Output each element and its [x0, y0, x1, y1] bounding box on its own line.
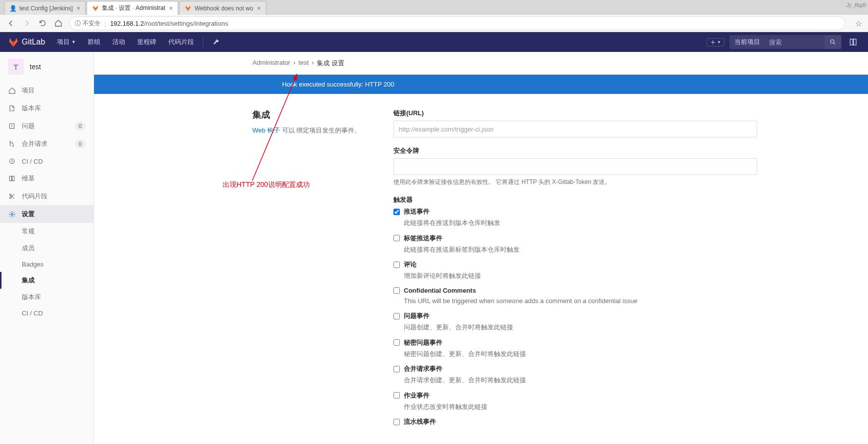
nav-links: 项目▼ 群组 活动 里程碑 代码片段 [52, 32, 224, 52]
sidebar-item-wiki[interactable]: 维基 [0, 170, 94, 187]
token-input[interactable] [393, 158, 757, 175]
nav-projects[interactable]: 项目▼ [52, 32, 81, 52]
trigger-item: 推送事件此链接将在推送到版本仓库时触发 [393, 207, 757, 228]
nav-admin-wrench-icon[interactable] [207, 32, 224, 52]
panel-description: 集成 Web 钩子 可以 绑定项目发生的事件。 [252, 109, 374, 435]
trigger-checkbox[interactable] [393, 235, 400, 241]
trigger-checkbox[interactable] [393, 287, 400, 294]
trigger-name: 作业事件 [404, 391, 430, 400]
sidebar-sub-repository[interactable]: 版本库 [0, 289, 94, 306]
nav-snippets[interactable]: 代码片段 [163, 32, 199, 52]
trigger-item: 评论增加新评论时将触发此链接 [393, 260, 757, 281]
sidebar-sub-general[interactable]: 常规 [0, 223, 94, 240]
svg-point-0 [830, 40, 834, 43]
url-label: 链接(URL) [393, 109, 757, 118]
sidebar-item-snippets[interactable]: 代码片段 [0, 187, 94, 205]
nav-right: ▼ 当前项目 [707, 35, 860, 49]
jenkins-icon: 👤 [9, 5, 16, 12]
sidebar-item-repository[interactable]: 版本库 [0, 99, 94, 117]
file-icon [8, 104, 16, 112]
url-input[interactable]: ⓘ 不安全 | 192.168.1.2/root/test/settings/i… [69, 16, 845, 30]
trigger-checkbox[interactable] [393, 366, 400, 372]
sidebar-sub-cicd[interactable]: CI / CD [0, 306, 94, 321]
rocket-icon [8, 157, 16, 165]
nav-groups[interactable]: 群组 [83, 32, 105, 52]
trigger-item: 流水线事件 [393, 417, 757, 426]
trigger-checkbox[interactable] [393, 419, 400, 425]
svg-rect-1 [850, 39, 853, 45]
nav-activity[interactable]: 活动 [107, 32, 130, 52]
issues-count: 0 [75, 122, 86, 131]
browser-chrome: Jy_BigB 👤 test Config [Jenkins] × 集成 · 设… [0, 0, 868, 32]
gitlab-logo[interactable]: GitLab [8, 37, 45, 47]
reload-button[interactable] [38, 18, 48, 28]
close-icon[interactable]: × [257, 5, 261, 12]
trigger-name: 推送事件 [404, 207, 430, 216]
webhook-link[interactable]: Web 钩子 [252, 127, 280, 134]
trigger-desc: This URL will be triggered when someone … [404, 296, 757, 306]
bookmark-star-icon[interactable]: ☆ [855, 19, 862, 28]
search-button[interactable] [824, 35, 841, 49]
sidebar-item-merge-requests[interactable]: 合并请求 0 [0, 135, 94, 153]
trigger-checkbox[interactable] [393, 262, 400, 268]
merge-icon [8, 140, 16, 148]
project-sidebar: T test 项目 版本库 问题 0 合并请求 0 CI / CD 维基 [0, 52, 94, 444]
sidebar-sub-members[interactable]: 成员 [0, 240, 94, 257]
insecure-badge: ⓘ 不安全 [75, 19, 100, 28]
new-item-button[interactable]: ▼ [707, 38, 724, 46]
trigger-item: Confidential CommentsThis URL will be tr… [393, 287, 757, 306]
trigger-checkbox[interactable] [393, 209, 400, 215]
trigger-name: Confidential Comments [404, 287, 476, 294]
sidebar-item-issues[interactable]: 问题 0 [0, 117, 94, 135]
trigger-item: 问题事件问题创建、更新、合并时将触发此链接 [393, 311, 757, 332]
url-text: 192.168.1.2/root/test/settings/integrati… [110, 20, 840, 27]
svg-rect-2 [854, 39, 856, 45]
panel-title: 集成 [252, 109, 374, 121]
breadcrumb-root[interactable]: Administrator [252, 59, 290, 68]
token-label: 安全令牌 [393, 146, 757, 155]
trigger-item: 作业事件作业状态改变时将触发此链接 [393, 391, 757, 412]
nav-separator [203, 36, 203, 48]
overflow-icon[interactable] [846, 35, 860, 49]
triggers-label: 触发器 [393, 195, 757, 204]
breadcrumb-project[interactable]: test [298, 59, 309, 68]
trigger-name: 合并请求事件 [404, 364, 442, 373]
url-input[interactable] [393, 121, 757, 137]
sidebar-sub-integrations[interactable]: 集成 [0, 272, 94, 289]
navbar-search-input[interactable] [765, 35, 824, 49]
success-alert: Hook executed successfully: HTTP 200 [94, 75, 868, 94]
mr-count: 0 [75, 139, 86, 148]
trigger-item: 合并请求事件合并请求创建、更新、合并时将触发此链接 [393, 364, 757, 385]
browser-tab-gitlab[interactable]: 集成 · 设置 · Administrat × [87, 1, 178, 15]
nav-milestones[interactable]: 里程碑 [132, 32, 161, 52]
close-icon[interactable]: × [77, 5, 80, 12]
browser-tab-webhook[interactable]: Webhook does not wo × [179, 1, 266, 15]
trigger-desc: 此链接将在推送到版本仓库时触发 [404, 218, 757, 228]
home-button[interactable] [53, 18, 63, 28]
browser-tab-jenkins[interactable]: 👤 test Config [Jenkins] × [4, 1, 86, 15]
sidebar-project-header[interactable]: T test [0, 52, 94, 82]
svg-point-5 [9, 141, 10, 142]
trigger-desc: 增加新评论时将触发此链接 [404, 271, 757, 281]
triggers-list: 推送事件此链接将在推送到版本仓库时触发标签推送事件此链接将在推送新标签到版本仓库… [393, 207, 757, 426]
trigger-name: 标签推送事件 [404, 234, 442, 243]
svg-point-6 [12, 146, 13, 147]
trigger-item: 标签推送事件此链接将在推送新标签到版本仓库时触发 [393, 234, 757, 255]
trigger-desc: 问题创建、更新、合并时将触发此链接 [404, 322, 757, 332]
sidebar-sub-badges[interactable]: Badges [0, 257, 94, 272]
trigger-desc: 作业状态改变时将触发此链接 [404, 402, 757, 412]
sidebar-item-settings[interactable]: 设置 [0, 205, 94, 223]
close-icon[interactable]: × [169, 5, 173, 12]
trigger-name: 流水线事件 [404, 417, 436, 426]
sidebar-item-project[interactable]: 项目 [0, 82, 94, 99]
address-bar: ⓘ 不安全 | 192.168.1.2/root/test/settings/i… [0, 15, 868, 32]
trigger-checkbox[interactable] [393, 392, 400, 399]
forward-button [22, 18, 32, 28]
trigger-checkbox[interactable] [393, 339, 400, 346]
gitlab-icon [185, 5, 192, 12]
back-button[interactable] [6, 18, 16, 28]
sidebar-item-cicd[interactable]: CI / CD [0, 153, 94, 170]
issue-icon [8, 122, 16, 130]
svg-point-4 [11, 126, 12, 127]
trigger-checkbox[interactable] [393, 313, 400, 319]
